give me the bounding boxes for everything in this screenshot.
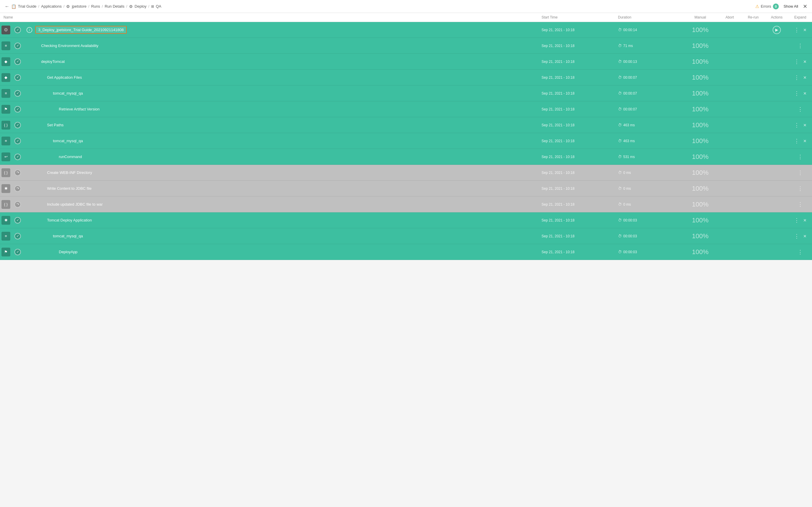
row-duration: ⏱0 ms	[618, 202, 682, 207]
row-actions-cell[interactable]: ⋮	[789, 185, 812, 192]
topbar: ← 📋 Trial Guide / Applications / ⚙ jpets…	[0, 0, 812, 13]
actions-menu-button[interactable]: ⋮	[794, 122, 800, 128]
check-icon: ✓	[14, 122, 21, 128]
row-start-time: Sep 21, 2021 - 10:18	[542, 44, 618, 48]
actions-menu-button[interactable]: ⋮	[794, 90, 800, 97]
row-status-cell: ✓	[12, 249, 23, 255]
actions-menu-button[interactable]: ⋮	[794, 217, 800, 224]
duration-value: 0 ms	[623, 203, 631, 207]
actions-menu-button[interactable]: ⋮	[794, 74, 800, 81]
breadcrumb-jpetstore[interactable]: jpetstore	[72, 4, 87, 8]
row-type-icon-cell: ≡	[0, 232, 12, 240]
breadcrumb-applications[interactable]: Applications	[41, 4, 62, 8]
list-icon: ≡	[1, 42, 10, 50]
clock-icon: ⏱	[618, 186, 622, 191]
row-name: tomcat_mysql_qa	[53, 91, 83, 96]
expand-button[interactable]: ✕	[803, 234, 807, 238]
actions-menu-button[interactable]: ⋮	[798, 169, 803, 176]
row-actions-cell[interactable]: ⋮✕	[789, 74, 812, 81]
actions-menu-button[interactable]: ⋮	[798, 106, 803, 113]
row-actions-cell[interactable]: ⋮	[789, 201, 812, 208]
row-duration: ⏱0 ms	[618, 186, 682, 191]
table-row: ≡✓Checking Environment AvailabilitySep 2…	[0, 38, 812, 54]
breadcrumb-run-details[interactable]: Run Details	[105, 4, 124, 8]
expand-button[interactable]: ✕	[803, 75, 807, 80]
actions-menu-button[interactable]: ⋮	[794, 138, 800, 144]
clock-icon: ⏱	[618, 202, 622, 207]
sep-5: /	[148, 4, 149, 8]
row-actions-cell[interactable]: ⋮✕	[789, 233, 812, 239]
expand-button[interactable]: ✕	[803, 138, 807, 143]
close-button[interactable]: ✕	[803, 4, 807, 9]
row-status-cell: ↷	[12, 169, 23, 176]
show-all-button[interactable]: Show All	[783, 4, 798, 8]
row-duration: ⏱00:00:03	[618, 218, 682, 222]
row-start-time: Sep 21, 2021 - 10:18	[542, 250, 618, 254]
actions-menu-button[interactable]: ⋮	[794, 58, 800, 65]
duration-value: 00:00:07	[623, 107, 637, 111]
row-status-cell: ↷	[12, 201, 23, 208]
row-name: tomcat_mysql_qa	[53, 234, 83, 238]
breadcrumb-deploy[interactable]: Deploy	[135, 4, 146, 8]
row-actions-cell[interactable]: ⋮✕	[789, 217, 812, 224]
row-name-cell: runCommand	[35, 155, 542, 159]
expand-button[interactable]: ✕	[803, 91, 807, 96]
col-name-header: Name	[0, 15, 542, 19]
row-rerun-cell[interactable]: ▶	[765, 26, 789, 34]
row-duration: ⏱71 ms	[618, 44, 682, 48]
row-duration: ⏱463 ms	[618, 123, 682, 127]
duration-value: 00:00:03	[623, 218, 637, 222]
row-percent: 100%	[682, 74, 718, 81]
row-actions-cell[interactable]: ⋮	[789, 106, 812, 113]
row-start-time: Sep 21, 2021 - 10:18	[542, 155, 618, 159]
row-name: Checking Environment Availability	[41, 44, 99, 48]
row-name-cell: DeployApp	[35, 250, 542, 254]
actions-menu-button[interactable]: ⋮	[798, 154, 803, 160]
actions-menu-button[interactable]: ⋮	[794, 27, 800, 33]
expand-button[interactable]: ✕	[803, 59, 807, 64]
actions-menu-button[interactable]: ⋮	[798, 185, 803, 192]
expand-button[interactable]: ✕	[803, 123, 807, 127]
back-button[interactable]: ←	[5, 4, 9, 9]
info-icon[interactable]: i	[27, 27, 32, 33]
row-actions-cell[interactable]: ⋮✕	[789, 122, 812, 128]
actions-menu-button[interactable]: ⋮	[794, 233, 800, 239]
sep-3: /	[102, 4, 103, 8]
check-icon: ✓	[14, 154, 21, 160]
row-start-time: Sep 21, 2021 - 10:18	[542, 218, 618, 222]
row-name-cell: Tomcat Deploy Application	[35, 218, 542, 222]
expand-button[interactable]: ✕	[803, 218, 807, 223]
row-percent: 100%	[682, 105, 718, 113]
row-actions-cell[interactable]: ⋮	[789, 154, 812, 160]
row-type-icon-cell: ◆	[0, 73, 12, 82]
row-actions-cell[interactable]: ⋮	[789, 43, 812, 49]
breadcrumb-runs[interactable]: Runs	[91, 4, 100, 8]
clock-icon: ⏱	[618, 218, 622, 222]
row-name-cell: tomcat_mysql_qa	[35, 138, 542, 143]
errors-count: 0	[773, 4, 779, 9]
table-row: ◆✓Get Application FilesSep 21, 2021 - 10…	[0, 70, 812, 86]
actions-menu-button[interactable]: ⋮	[798, 249, 803, 255]
row-actions-cell[interactable]: ⋮✕	[789, 138, 812, 144]
check-icon: ✓	[14, 106, 21, 113]
row-status-cell: ✓	[12, 154, 23, 160]
duration-value: 531 ms	[623, 155, 635, 159]
row-actions-cell[interactable]: ⋮	[789, 249, 812, 255]
row-actions-cell[interactable]: ⋮	[789, 169, 812, 176]
row-percent: 100%	[682, 137, 718, 145]
breadcrumb-trial-guide[interactable]: Trial Guide	[18, 4, 37, 8]
row-start-time: Sep 21, 2021 - 10:18	[542, 139, 618, 143]
expand-button[interactable]: ✕	[803, 27, 807, 32]
row-actions-cell[interactable]: ⋮✕	[789, 90, 812, 97]
row-name: Create WEB-INF Directory	[47, 170, 92, 175]
check-icon: ✓	[14, 27, 21, 33]
play-button[interactable]: ▶	[773, 26, 781, 34]
actions-menu-button[interactable]: ⋮	[798, 43, 803, 49]
actions-menu-button[interactable]: ⋮	[798, 201, 803, 208]
row-actions-cell[interactable]: ⋮✕	[789, 27, 812, 33]
row-actions-cell[interactable]: ⋮✕	[789, 58, 812, 65]
breadcrumb-qa[interactable]: QA	[156, 4, 161, 8]
check-icon: ✓	[14, 249, 21, 255]
col-expand-header: Expand	[789, 15, 812, 19]
row-info-cell[interactable]: i	[23, 27, 35, 33]
